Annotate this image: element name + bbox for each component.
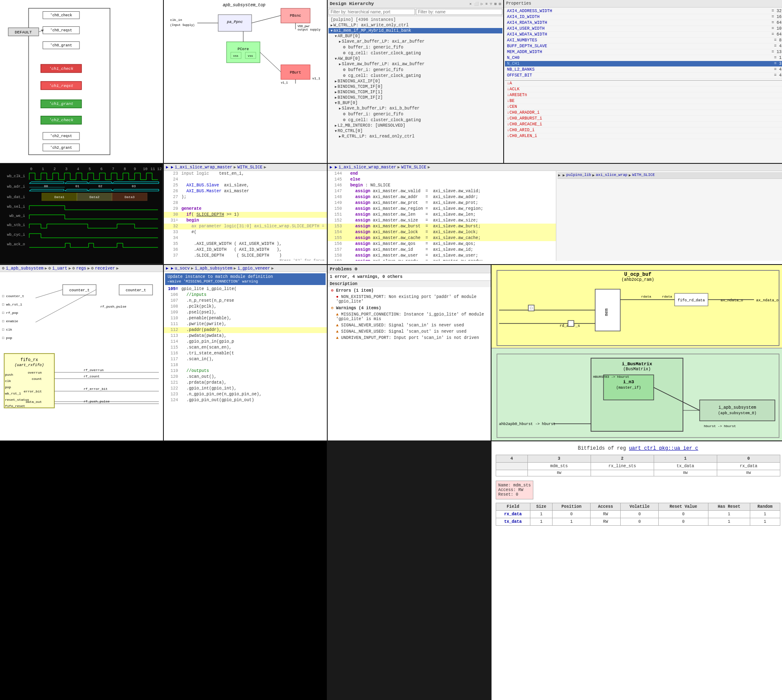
- hierarchy-root: [pulpino] [4396 instances] ▶W_CTRL_LP: a…: [328, 16, 503, 140]
- bc-with-slice[interactable]: WITH_SLICE: [632, 173, 655, 178]
- svg-text:'ch2_grant: 'ch2_grant: [50, 146, 72, 150]
- code-line-24: 24: [164, 177, 327, 183]
- tree-item-ar-buf[interactable]: ▼AR_BUF[0]: [329, 33, 502, 39]
- svg-text:wb_ack_o: wb_ack_o: [7, 242, 25, 247]
- warning-icon: ⊕: [331, 306, 334, 311]
- bc-item-3[interactable]: WITH_SLICE: [237, 165, 262, 170]
- bf-rand-rx: 1: [750, 511, 780, 518]
- col-volatile: Volatile: [621, 503, 659, 511]
- bc-item-1[interactable]: ▶ ▶: [166, 165, 173, 170]
- rtl-breadcrumb: ⚙ i_apb_subsystem ▶ ⚙ i_uart ▶ ⚙ regs ▶ …: [0, 265, 163, 272]
- svg-text:apb_subsystem_top: apb_subsystem_top: [223, 3, 265, 8]
- svg-text:wb_cyc_i: wb_cyc_i: [7, 233, 25, 237]
- tree-item-buf-fifo1[interactable]: ⚙ buffer_i: generic_fifo: [329, 44, 502, 50]
- bit-header-4: 4: [496, 455, 528, 463]
- tree-item-l2-interco[interactable]: ▶L2_MB_INTERCO: [UNRESOLVED]: [329, 123, 502, 128]
- state-machine-svg: DEFAULT 'ch0_check 'ch0_reqst 'ch0_grant…: [2, 4, 161, 159]
- svg-text:9: 9: [134, 167, 136, 171]
- bus-matrix-diagram: i_BusMatrix (BusMatrix) i_n3 (master_if)…: [492, 349, 782, 440]
- svg-text:wb_stb_i: wb_stb_i: [7, 223, 25, 227]
- tree-item-cg-cell3[interactable]: ⚙ cg_cell: cluster_clock_gating: [329, 117, 502, 123]
- tree-item-binding-axi[interactable]: ▶BINDING_AXI_IF[0]: [329, 79, 502, 84]
- gpio-code-container: Update instance to match module definiti…: [164, 273, 327, 437]
- tree-item-binding-tcdm0[interactable]: ▶BINDING_TCDM_IF[0]: [329, 84, 502, 89]
- tree-item-binding-tcdm1[interactable]: ▶BINDING_TCDM_IF[1]: [329, 89, 502, 95]
- svg-text:ahb2apb0_hburst -> hburst: ahb2apb0_hburst -> hburst: [499, 422, 555, 426]
- gpl-114: 114 .gpio_pin_in(gpio_p: [164, 339, 327, 345]
- tree-item-binding-tcdm2[interactable]: ▶BINDING_TCDM_IF[2]: [329, 95, 502, 100]
- svg-text:(Input Supply): (Input Supply): [170, 23, 195, 27]
- tree-item-slave-aw[interactable]: ▶Slave_aw_buffer_LP: axi_aw_buffer: [329, 61, 502, 67]
- code-line-34: 34: [164, 235, 327, 241]
- empty-bottom-left: [0, 441, 327, 700]
- svg-text:v1_1: v1_1: [312, 76, 320, 80]
- tree-item-r-ctrl[interactable]: ▶R_CTRL_LP: axi_read_only_ctrl: [329, 134, 502, 139]
- error-icon: ⊕: [331, 288, 334, 293]
- svg-text:count: count: [32, 377, 42, 381]
- warning-group[interactable]: ⊕ Warnings (4 items): [328, 305, 491, 311]
- bitfield-reg-name[interactable]: uart_ctrl_pkg::ua_ier_c: [629, 445, 698, 451]
- prop-nb-l2: NB_L2_BANKS= 4: [505, 67, 782, 73]
- tree-item-slave-ar[interactable]: ▶Slave_ar_buffer_LP: axi_ar_buffer: [329, 39, 502, 44]
- bf-acc-tx: RW: [591, 518, 621, 526]
- error-bullet: ●: [336, 295, 339, 299]
- bf-size-rx: 1: [530, 511, 553, 518]
- bc-pulpino[interactable]: pulpino_lib: [566, 173, 591, 178]
- col-position: Position: [553, 503, 591, 511]
- hierarchy-and-props: Design Hierarchy ✕ ⬜ ▷ ≡ ▽ ⊞ ⊟ [pulpino]…: [328, 0, 782, 163]
- bc-regs[interactable]: regs: [76, 266, 86, 271]
- svg-text:□ wb_rst_l: □ wb_rst_l: [2, 303, 22, 306]
- tree-item-ro-ctrl[interactable]: ▼RO_CTRL[0]: [329, 128, 502, 134]
- acc-tx: RW: [654, 470, 717, 476]
- svg-text:rf_count: rf_count: [84, 374, 99, 378]
- tree-item-aw-buf[interactable]: ▼AW_BUF[0]: [329, 56, 502, 61]
- svg-text:□ pop: □ pop: [2, 336, 12, 340]
- bc-apb-sys[interactable]: i_apb_subsystem: [6, 266, 43, 271]
- svg-text:10: 10: [143, 167, 148, 171]
- svg-text:wb_dat_i: wb_dat_i: [7, 195, 25, 199]
- code-left-pane: 144 end 145 else 146 begin : NO_SLICE 14…: [328, 171, 556, 261]
- bc-item-2[interactable]: i_axi_slice_wrap_master: [175, 165, 232, 170]
- bc-uart[interactable]: i_uart: [52, 266, 67, 271]
- svg-text:vss: vss: [233, 54, 239, 58]
- gpl-118: 118: [164, 362, 327, 368]
- prop-n-ch1[interactable]: N_CH1= 3: [505, 61, 782, 67]
- hierarchy-toolbar[interactable]: [328, 8, 503, 16]
- svg-text:U_ocp_buf: U_ocp_buf: [624, 272, 652, 277]
- tree-item-w-ctrl[interactable]: ▶W_CTRL_LP: axi_write_only_ctrl: [329, 23, 502, 28]
- gpl-117: 117 .scan_in(),: [164, 356, 327, 362]
- code-breadcrumb-3: ▶ ▶ i_axi_slice_wrap_master ▶ WITH_SLICE…: [328, 164, 782, 171]
- hierarchy-name-filter-input[interactable]: [416, 9, 502, 15]
- gpl-111: 111 .pwrite(pwrite),: [164, 321, 327, 327]
- hierarchy-filter-input[interactable]: [329, 9, 415, 15]
- tree-item-buf-fifo3[interactable]: ⚙ buffer_i: generic_fifo: [329, 111, 502, 117]
- tree-item-cg-cell2[interactable]: ⚙ cg_cell: cluster_clock_gating: [329, 73, 502, 79]
- svg-text:fifo_rx: fifo_rx: [20, 358, 38, 362]
- code-split-view: 144 end 145 else 146 begin : NO_SLICE 14…: [328, 171, 782, 261]
- bitfield-title: Bitfields of reg uart_ctrl_pkg::ua_ier_c: [496, 445, 780, 451]
- code-line-25: 25 AXI_BUS.Slave axi_slave,: [164, 183, 327, 188]
- svg-text:(ahb2ocp_ram): (ahb2ocp_ram): [622, 277, 654, 282]
- hierarchy-title-text: Design Hierarchy: [330, 1, 374, 6]
- problems-header: Problems ⊕: [328, 265, 491, 273]
- error-group[interactable]: ⊕ Errors (1 item): [328, 287, 491, 294]
- tree-item-cg-cell1[interactable]: ⚙ cg_cell: cluster_clock_gating: [329, 50, 502, 56]
- code-line-23: 23input logic test_en_i,: [164, 171, 327, 177]
- waveform-panel: 0 1 2 3 4 5 6 7 8 9 10 11 12 wb_clk_i wb…: [0, 164, 163, 264]
- warn-bullet-4: ▲: [336, 336, 339, 340]
- svg-text:02: 02: [98, 184, 102, 188]
- tree-item-b-buf[interactable]: ▼B_BUF[0]: [329, 100, 502, 106]
- svg-text:PCore: PCore: [237, 47, 249, 51]
- code-line-37: 37 .SLICE_DEPTH ( SLICE_DEPTH ): [164, 253, 327, 259]
- tree-item-buf-fifo2[interactable]: ⚙ buffer_i: generic_fifo: [329, 67, 502, 73]
- tree-item-slave-b[interactable]: ▶Slave_b_buffer_LP: axi_b_buffer: [329, 106, 502, 111]
- gpl-115: 115 .scan_en(scan_en),: [164, 345, 327, 351]
- bc-axi-wrap[interactable]: axi_slice_wrap: [596, 173, 628, 178]
- bf-field-tx: tx_data: [496, 518, 530, 526]
- tree-item-axi-mem[interactable]: ▼axi_mem_if_MP_Hybrid_multi_bank: [329, 28, 502, 33]
- bc-receiver[interactable]: receiver: [95, 266, 115, 271]
- code-line-33: 33 #(: [164, 229, 327, 235]
- bf-hasrst-rx: 1: [708, 511, 750, 518]
- bit-field-rx: rx_data: [717, 463, 780, 470]
- warning-item-3: ▲ SIGNAL_NEVER_USED: Signal 'scan_out' i…: [328, 328, 491, 335]
